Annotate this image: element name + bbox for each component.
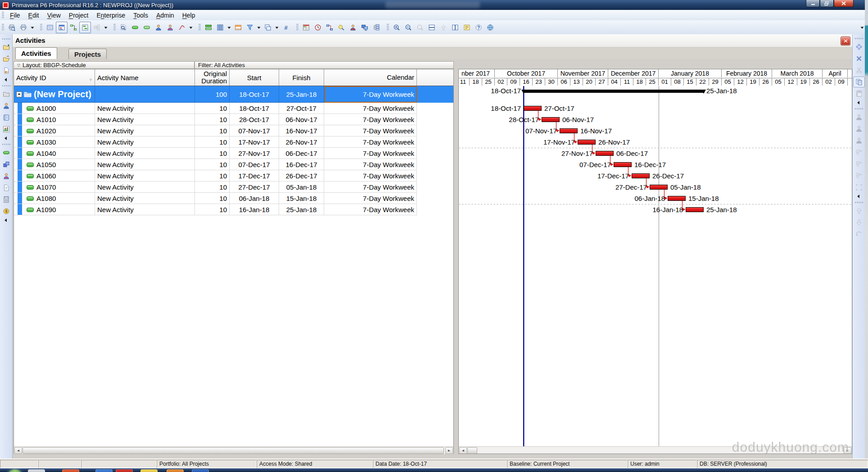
cell-calendar[interactable]: 7-Day Workweek bbox=[324, 182, 417, 193]
table-row-A1050[interactable]: A1050New Activity1007-Dec-1716-Dec-177-D… bbox=[14, 159, 453, 170]
print-icon[interactable] bbox=[18, 22, 29, 33]
expand-all-icon[interactable] bbox=[438, 22, 449, 33]
cmd-paste-icon[interactable] bbox=[853, 88, 865, 99]
cell-id[interactable]: A1050 bbox=[14, 159, 95, 170]
filter-selector[interactable]: Filter: All Activities bbox=[194, 61, 454, 69]
table-row-A1090[interactable]: A1090New Activity1016-Jan-1825-Jan-187-D… bbox=[14, 204, 453, 215]
cell-finish[interactable]: 26-Nov-17 bbox=[279, 136, 324, 148]
cmd-move-up-icon[interactable] bbox=[853, 205, 865, 216]
cell-finish[interactable]: 27-Oct-17 bbox=[279, 103, 324, 114]
line-numbers-icon[interactable]: # bbox=[280, 22, 292, 33]
add-activity-icon[interactable] bbox=[129, 22, 141, 33]
cell-start[interactable]: 17-Dec-17 bbox=[230, 170, 279, 182]
cell-calendar[interactable]: 7-Day Workweek bbox=[324, 114, 417, 125]
cell-id[interactable]: A1010 bbox=[14, 114, 95, 125]
chart-view-icon[interactable] bbox=[371, 22, 382, 33]
menu-item-edit[interactable]: Edit bbox=[24, 11, 43, 20]
timescale-months[interactable]: nber 2017October 2017November 2017Decemb… bbox=[459, 69, 852, 78]
gantt-scroll-thumb[interactable] bbox=[467, 447, 477, 454]
toolbar-grip[interactable] bbox=[2, 24, 4, 31]
cell-od[interactable]: 10 bbox=[195, 114, 230, 125]
cmd-add-resource-by-role-icon[interactable] bbox=[853, 123, 865, 134]
toolbar-grip[interactable] bbox=[113, 24, 116, 31]
cell-finish[interactable]: 25-Jan-18 bbox=[279, 204, 324, 215]
table-row-A1000[interactable]: A1000New Activity1018-Oct-1727-Oct-177-D… bbox=[14, 103, 453, 114]
cell-name[interactable]: New Activity bbox=[95, 125, 195, 136]
print-options-caret-icon[interactable] bbox=[29, 22, 36, 33]
activity-network-view-icon[interactable] bbox=[68, 22, 79, 33]
nav-obs-window-icon[interactable] bbox=[0, 112, 12, 123]
cell-calendar[interactable]: 7-Day Workweek bbox=[324, 136, 417, 148]
nav-expenses-window-icon[interactable] bbox=[0, 194, 12, 205]
cell-start[interactable]: 17-Nov-17 bbox=[230, 136, 279, 148]
activity-table-view-icon[interactable] bbox=[44, 22, 56, 33]
table-row-A1080[interactable]: A1080New Activity1006-Jan-1815-Jan-187-D… bbox=[14, 193, 453, 204]
taskbar-app-icon[interactable] bbox=[95, 469, 113, 472]
cell-start[interactable]: 07-Dec-17 bbox=[230, 159, 279, 170]
taskbar-app-icon[interactable] bbox=[140, 469, 158, 472]
gantt-bar-A1000[interactable] bbox=[524, 106, 542, 111]
gantt-chart-view-icon[interactable] bbox=[79, 22, 91, 33]
group-and-sort-caret-icon[interactable] bbox=[274, 22, 280, 33]
toolbar-overflow-caret-icon[interactable] bbox=[859, 22, 865, 33]
collapse-toggle-icon[interactable] bbox=[16, 91, 22, 97]
tab-activities[interactable]: Activities bbox=[15, 47, 57, 59]
cell-start[interactable]: 28-Oct-17 bbox=[230, 114, 279, 125]
column-header-start[interactable]: Start bbox=[230, 69, 279, 86]
taskbar-app-icon[interactable] bbox=[192, 469, 209, 472]
assign-resource-icon[interactable] bbox=[153, 22, 164, 33]
cell-name[interactable]: New Activity bbox=[95, 193, 195, 204]
resource-usage-icon[interactable] bbox=[300, 22, 312, 33]
minimize-button[interactable] bbox=[806, 0, 820, 7]
cell-id[interactable]: A1090 bbox=[14, 204, 95, 215]
cmd-undo-icon[interactable] bbox=[853, 229, 865, 240]
cell-name[interactable]: New Activity bbox=[95, 103, 195, 114]
cell-od[interactable]: 10 bbox=[195, 148, 230, 159]
gantt-bar-A1090[interactable] bbox=[686, 207, 704, 212]
nav-budgets-window-icon[interactable]: $ bbox=[0, 206, 12, 217]
cell-name[interactable]: New Activity bbox=[95, 114, 195, 125]
menu-item-view[interactable]: View bbox=[43, 11, 65, 20]
help-icon[interactable]: ? bbox=[473, 22, 484, 33]
menu-item-enterprise[interactable]: Enterprise bbox=[92, 11, 129, 20]
cell-name[interactable]: New Activity bbox=[95, 170, 195, 182]
summary-cell-finish[interactable]: 25-Jan-18 bbox=[279, 86, 324, 103]
gantt-bar-A1060[interactable] bbox=[632, 173, 650, 178]
nav-collapse-group-2-icon[interactable] bbox=[1, 136, 12, 141]
cell-start[interactable]: 07-Nov-17 bbox=[230, 125, 279, 136]
group-bands-icon[interactable] bbox=[203, 22, 214, 33]
cell-calendar[interactable]: 7-Day Workweek bbox=[324, 204, 417, 215]
usage-profile-icon[interactable] bbox=[359, 22, 371, 33]
cell-id[interactable]: A1080 bbox=[14, 193, 95, 204]
z​oom-to-fit-icon[interactable] bbox=[414, 22, 426, 33]
summary-cell-od[interactable]: 100 bbox=[195, 86, 230, 103]
online-help-icon[interactable] bbox=[484, 22, 496, 33]
gantt-bar-A1020[interactable] bbox=[560, 128, 578, 133]
cell-od[interactable]: 10 bbox=[195, 193, 230, 204]
nav-collapse-group-3-icon[interactable] bbox=[1, 218, 12, 223]
gantt-bar-A1050[interactable] bbox=[614, 162, 632, 167]
columns-icon[interactable] bbox=[214, 22, 226, 33]
cell-od[interactable]: 10 bbox=[195, 103, 230, 114]
gantt-bar-A1070[interactable] bbox=[650, 185, 668, 190]
tab-projects[interactable]: Projects bbox=[68, 49, 107, 59]
cell-od[interactable]: 10 bbox=[195, 170, 230, 182]
cell-od[interactable]: 10 bbox=[195, 182, 230, 193]
nav-reports-window-icon[interactable] bbox=[0, 124, 12, 135]
timescale-icon[interactable] bbox=[232, 22, 244, 33]
cell-calendar[interactable]: 7-Day Workweek bbox=[324, 148, 417, 159]
cell-od[interactable]: 10 bbox=[195, 136, 230, 148]
cell-od[interactable]: 10 bbox=[195, 204, 230, 215]
table-row-A1040[interactable]: A1040New Activity1027-Nov-1706-Dec-177-D… bbox=[14, 148, 453, 159]
toolbar-grip[interactable] bbox=[199, 24, 201, 31]
progress-spotlight-icon[interactable] bbox=[312, 22, 324, 33]
cell-start[interactable]: 18-Oct-17 bbox=[230, 103, 279, 114]
cell-id[interactable]: A1060 bbox=[14, 170, 95, 182]
cmd-cut-icon[interactable] bbox=[853, 65, 865, 76]
filters-caret-icon[interactable] bbox=[256, 22, 262, 33]
cell-id[interactable]: A1070 bbox=[14, 182, 95, 193]
menu-item-project[interactable]: Project bbox=[65, 11, 93, 20]
gantt-bar-A1040[interactable] bbox=[596, 151, 614, 156]
horizontal-split-icon[interactable] bbox=[426, 22, 438, 33]
toolbar-grip[interactable] bbox=[387, 24, 389, 31]
